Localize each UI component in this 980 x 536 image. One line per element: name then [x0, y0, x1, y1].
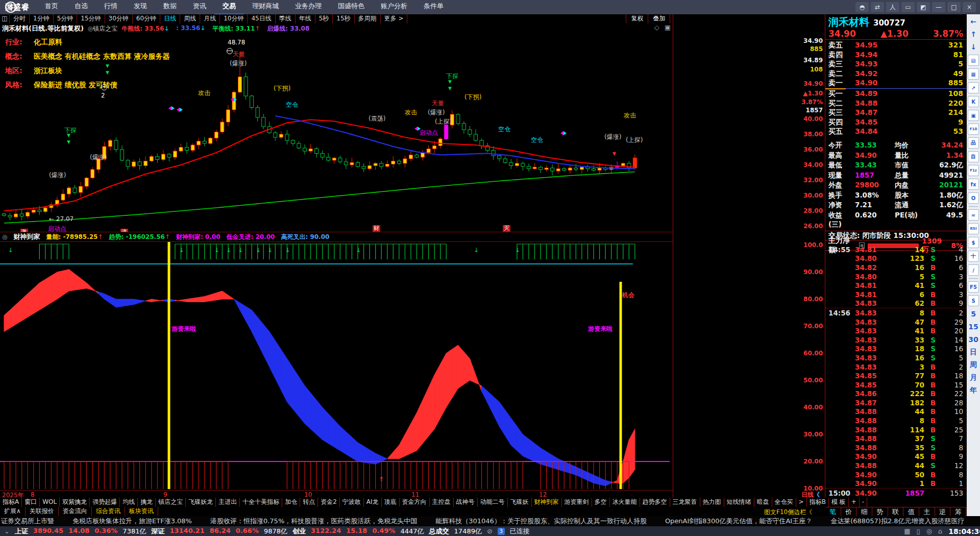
- multi-window-icon[interactable]: ▣: [968, 110, 979, 121]
- indicator-tab-财神到家[interactable]: 财神到家: [532, 498, 562, 507]
- circle-icon[interactable]: O: [968, 192, 979, 204]
- extension-tab-资金流向[interactable]: 资金流向: [59, 507, 92, 516]
- table-icon[interactable]: ▦: [968, 68, 979, 80]
- period-week[interactable]: 周: [968, 360, 978, 370]
- indicator-tab-主进出[interactable]: 主进出: [216, 498, 240, 507]
- period-tab-10分钟[interactable]: 10分钟: [220, 14, 248, 23]
- indicator-tab-宁波敢[interactable]: 宁波敢: [340, 498, 364, 507]
- indicator-tab-+[interactable]: +: [849, 498, 860, 507]
- period-tab-日线[interactable]: 日线: [160, 14, 180, 23]
- period-5[interactable]: 5: [968, 309, 978, 319]
- extension-tab-关联报价[interactable]: 关联报价: [26, 507, 59, 516]
- indicator-tab-战神号[interactable]: 战神号: [454, 498, 478, 507]
- indicator-tab-飞碟妖龙[interactable]: 飞碟妖龙: [186, 498, 216, 507]
- function-icon[interactable]: fx: [968, 179, 979, 190]
- pencil-icon[interactable]: ∕: [968, 264, 979, 276]
- menu-item-资讯[interactable]: 资讯: [185, 0, 214, 14]
- tick-list[interactable]: 14:5534.8114S434.80123S1634.8216B634.805…: [825, 245, 966, 498]
- indicator-tab--[interactable]: -: [860, 498, 867, 507]
- extension-tab-综合资讯[interactable]: 综合资讯: [92, 507, 125, 516]
- menu-item-数据[interactable]: 数据: [155, 0, 185, 14]
- menu-item-理财商城[interactable]: 理财商城: [244, 0, 287, 14]
- period-tab-60分钟[interactable]: 60分钟: [133, 14, 160, 23]
- extension-tab-板块资讯[interactable]: 板块资讯: [125, 507, 158, 516]
- indicator-tab-转点[interactable]: 转点: [300, 498, 318, 507]
- indicator-tab-指标B[interactable]: 指标B: [807, 498, 829, 507]
- indicator-tab-冰火量能[interactable]: 冰火量能: [610, 498, 640, 507]
- indicator-header[interactable]: ◎财神到家量能: -78985.25↑趋势: -196025.56↑财神到家: …: [0, 232, 675, 242]
- extension-tab-扩展∧[interactable]: 扩展∧: [0, 507, 26, 516]
- period-year[interactable]: 年: [968, 385, 978, 396]
- period-tab-30分钟[interactable]: 30分钟: [105, 14, 133, 23]
- keyboard-icon[interactable]: ▦: [904, 527, 910, 535]
- indicator-tab-模 板[interactable]: 模 板: [829, 498, 849, 507]
- period-day[interactable]: 日: [968, 347, 978, 357]
- money-icon[interactable]: $: [968, 237, 979, 248]
- rsi-icon[interactable]: RSI: [968, 223, 979, 234]
- quote-tab-笔[interactable]: 笔: [825, 507, 841, 517]
- target-icon[interactable]: ◎: [926, 527, 932, 535]
- menu-item-国盛特色[interactable]: 国盛特色: [330, 0, 373, 14]
- indicator-tab-资金2[interactable]: 资金2: [318, 498, 340, 507]
- self-select-icon[interactable]: 自: [968, 151, 979, 162]
- menu-item-账户分析[interactable]: 账户分析: [373, 0, 415, 14]
- quote-tab-逆[interactable]: 逆: [935, 507, 951, 517]
- home-icon[interactable]: ⌂: [938, 527, 942, 535]
- period-15[interactable]: 15: [968, 322, 978, 332]
- indicator-tab-暗盘[interactable]: 暗盘: [754, 498, 772, 507]
- indicator-tab-短线情绪[interactable]: 短线情绪: [724, 498, 754, 507]
- indicator-tab-主控盘[interactable]: 主控盘: [430, 498, 454, 507]
- news-headline[interactable]: 能辉科技（301046）：关于控股股东、实际控制人及其一致行动人持股: [435, 517, 647, 526]
- kline-icon[interactable]: K: [968, 96, 979, 107]
- shop-treasure-badge[interactable]: ◎镇店之宝: [88, 25, 117, 33]
- quote-tab-价[interactable]: 价: [841, 507, 857, 517]
- diamond-icon[interactable]: ◇: [654, 23, 659, 31]
- refresh-icon[interactable]: S: [968, 295, 979, 306]
- period-tab-5秒[interactable]: 5秒: [315, 14, 333, 23]
- indicator-tab-加仓[interactable]: 加仓: [282, 498, 300, 507]
- settings-icon[interactable]: ⇄: [871, 2, 884, 12]
- indicator-tab-指标A[interactable]: 指标A: [0, 498, 22, 507]
- period-tab-分时[interactable]: 分时: [9, 14, 30, 23]
- indicator-tab-顶底[interactable]: 顶底: [382, 498, 400, 507]
- indicator-tab-动能二号[interactable]: 动能二号: [478, 498, 508, 507]
- period-tab-年线[interactable]: 年线: [296, 14, 315, 23]
- up-arrow-icon[interactable]: ↑: [968, 29, 978, 39]
- main-kline-chart[interactable]: [0, 34, 673, 232]
- menu-item-首页[interactable]: 首页: [37, 0, 66, 14]
- indicator-tab-十全十美指标[interactable]: 十全十美指标: [240, 498, 282, 507]
- menu-item-自选[interactable]: 自选: [66, 0, 96, 14]
- split-pane-icon[interactable]: ▣: [665, 23, 671, 31]
- quote-tab-主[interactable]: 主: [919, 507, 935, 517]
- menu-item-发现[interactable]: 发现: [126, 0, 155, 14]
- news-headline[interactable]: 港股收评：恒指涨0.75%，科技股普涨，医药类股活跃，免税龙头中国: [210, 517, 417, 526]
- period-tab-月线[interactable]: 月线: [200, 14, 220, 23]
- trend-icon[interactable]: ↗: [968, 82, 979, 93]
- indicator-tab-AI龙[interactable]: AI龙: [364, 498, 382, 507]
- indicator-tab-擒龙[interactable]: 擒龙: [138, 498, 156, 507]
- indicator-tab-全仓买[interactable]: 全仓买: [772, 498, 796, 507]
- theme-icon[interactable]: ◩: [917, 2, 930, 12]
- person-icon[interactable]: 人: [886, 2, 899, 12]
- period-tab-更多 >[interactable]: 更多 >: [381, 14, 408, 23]
- indicator-tab-趋势多空[interactable]: 趋势多空: [640, 498, 670, 507]
- indicator-tab->[interactable]: >: [796, 498, 807, 507]
- news-headline[interactable]: 金达莱(688057)拟2.8亿元增资入股济慈医疗: [830, 517, 964, 526]
- back-arrow-icon[interactable]: ←: [968, 16, 978, 27]
- indicator-tab-三龙聚首[interactable]: 三龙聚首: [670, 498, 700, 507]
- minimize-icon[interactable]: —: [932, 2, 945, 12]
- period-month[interactable]: 月: [968, 373, 978, 383]
- close-icon[interactable]: ×: [963, 2, 976, 12]
- period-tab-多周期[interactable]: 多周期: [355, 14, 381, 23]
- maximize-icon[interactable]: □: [947, 2, 961, 12]
- move-icon[interactable]: 十: [968, 251, 979, 262]
- quote-tab-值[interactable]: 值: [903, 507, 919, 517]
- quote-tab-筹[interactable]: 筹: [950, 507, 966, 517]
- menu-item-行情[interactable]: 行情: [96, 0, 126, 14]
- indicator-tab-镇店之宝[interactable]: 镇店之宝: [156, 498, 186, 507]
- menu-item-交易[interactable]: 交易: [214, 0, 244, 15]
- status-menu-icon[interactable]: ⌄: [4, 527, 10, 535]
- news-ticker[interactable]: 证券交易所上市暨免税店板块集体拉升，旅游ETF涨3.08%港股收评：恒指涨0.7…: [0, 516, 980, 526]
- indicator-chart[interactable]: ↓↓↓↓↓↓↓↓↓↓↓: [0, 241, 673, 490]
- indicator-tab-游资重剑[interactable]: 游资重剑: [562, 498, 592, 507]
